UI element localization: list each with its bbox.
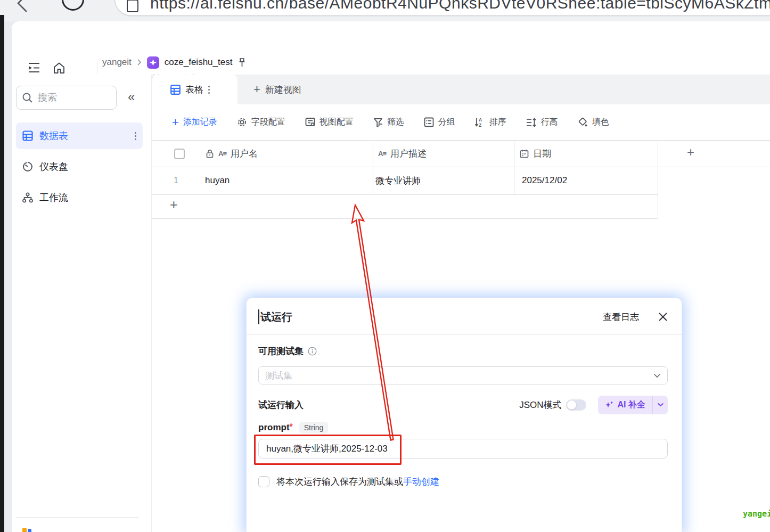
sidebar-item-label: 工作流 <box>39 191 68 204</box>
manual-create-link[interactable]: 手动创建 <box>403 477 439 487</box>
dialog-title-row: 试运行 查看日志 <box>258 308 668 326</box>
sidebar-divider <box>16 517 138 518</box>
grid-line <box>514 141 514 194</box>
field-config-button[interactable]: 字段配置 <box>237 117 285 128</box>
row-height-button[interactable]: 行高 <box>526 117 558 128</box>
required-asterisk: * <box>290 422 293 431</box>
filter-button[interactable]: 筛选 <box>373 117 404 128</box>
ai-complete-label: AI 补全 <box>618 399 645 411</box>
sidebar-item-workflow[interactable]: 工作流 <box>16 184 143 211</box>
datatable-icon <box>22 130 33 141</box>
run-input-label: 试运行输入 <box>258 399 519 411</box>
sparkle-icon <box>605 400 614 410</box>
column-name: 日期 <box>533 148 551 160</box>
group-icon <box>424 117 434 127</box>
text-field-icon: A≡ <box>218 150 226 158</box>
toolbar-label: 排序 <box>489 117 506 128</box>
grid-line <box>152 167 770 167</box>
view-config-button[interactable]: 视图配置 <box>305 117 354 128</box>
url-text[interactable]: https://ai.feishu.cn/base/AMeobtR4NuPQhk… <box>150 0 770 12</box>
toolbar-label: 行高 <box>541 117 558 128</box>
filter-icon <box>373 118 383 127</box>
cell-description[interactable]: 微专业讲师 <box>375 167 421 194</box>
fill-color-button[interactable]: 填色 <box>578 117 609 128</box>
bitable-logo-cutoff <box>22 528 32 532</box>
search-icon <box>22 92 33 103</box>
view-logs-link[interactable]: 查看日志 <box>603 311 639 323</box>
cell-username[interactable]: huyan <box>205 167 230 194</box>
browser-url-bar[interactable]: https://ai.feishu.cn/base/AMeobtR4NuPQhk… <box>114 0 770 16</box>
row-index: 1 <box>174 167 178 194</box>
breadcrumb-workspace[interactable]: yangeit <box>102 57 132 68</box>
save-testset-checkbox[interactable] <box>258 476 269 487</box>
cell-date[interactable]: 2025/12/02 <box>522 167 567 194</box>
pin-icon[interactable] <box>237 58 247 68</box>
new-view-label: 新建视图 <box>265 84 301 96</box>
sidebar-item-label: 仪表盘 <box>39 160 68 173</box>
field-type-badge: String <box>299 422 329 433</box>
sidebar-item-datatable[interactable]: 数据表 <box>16 122 143 149</box>
select-all-checkbox[interactable] <box>174 141 185 167</box>
plus-icon: + <box>172 117 179 128</box>
data-grid: A≡ 用户名 A≡ 用户描述 日期 + 1 huyan 微专业讲师 2025/1… <box>152 141 770 218</box>
add-column-button[interactable]: + <box>687 145 694 160</box>
toolbar-label: 筛选 <box>387 117 404 128</box>
tab-grid-view[interactable]: 表格 <box>152 75 237 104</box>
tab-more-icon[interactable] <box>208 86 210 94</box>
testset-select[interactable]: 测试集 <box>258 366 668 384</box>
browser-back-icon[interactable] <box>13 0 31 13</box>
toolbar-label: 视图配置 <box>320 117 354 128</box>
ai-complete-caret[interactable] <box>653 396 668 414</box>
add-record-button[interactable]: + 添加记录 <box>172 117 217 128</box>
collapse-sidebar-icon[interactable]: « <box>128 89 135 104</box>
app-header: yangeit coze_feishu_test 云盘 最近修改: 刚刚 <box>12 21 770 75</box>
grid-line <box>152 218 658 219</box>
toolbar-label: 填色 <box>592 117 609 128</box>
search-input[interactable] <box>38 92 102 103</box>
row-height-icon <box>526 118 537 127</box>
collapse-panel-icon[interactable] <box>28 62 40 73</box>
lock-icon <box>206 149 214 158</box>
home-icon[interactable] <box>53 62 65 74</box>
grid-view-icon <box>170 85 181 95</box>
prompt-input[interactable] <box>258 439 668 459</box>
dialog-divider <box>247 334 682 335</box>
sidebar-search[interactable] <box>16 86 117 110</box>
breadcrumb: yangeit coze_feishu_test <box>102 55 247 70</box>
toolbar-label: 分组 <box>438 117 455 128</box>
sort-button[interactable]: AZ 排序 <box>475 117 506 128</box>
tab-label: 表格 <box>185 84 203 96</box>
run-input-row: 试运行输入 JSON模式 AI 补全 <box>258 395 668 414</box>
new-view-button[interactable]: + 新建视图 <box>253 75 301 104</box>
window-edge-strip <box>0 15 4 532</box>
close-icon[interactable] <box>658 312 668 322</box>
view-config-icon <box>305 117 315 127</box>
column-header-username[interactable]: A≡ 用户名 <box>206 141 258 167</box>
column-header-description[interactable]: A≡ 用户描述 <box>378 141 427 167</box>
fill-color-icon <box>578 117 588 127</box>
gear-icon <box>237 117 247 127</box>
sidebar-item-dashboard[interactable]: 仪表盘 <box>16 153 143 180</box>
browser-refresh-icon[interactable] <box>62 0 84 11</box>
json-mode-toggle[interactable] <box>566 399 586 411</box>
toolbar-label: 字段配置 <box>251 117 285 128</box>
screen: https://ai.feishu.cn/base/AMeobtR4NuPQhk… <box>0 0 770 532</box>
group-button[interactable]: 分组 <box>424 117 455 128</box>
plus-icon: + <box>253 84 260 95</box>
column-header-date[interactable]: 日期 <box>520 141 551 167</box>
ai-complete-button[interactable]: AI 补全 <box>598 396 668 414</box>
json-mode-label: JSON模式 <box>519 399 561 411</box>
testset-label-row: 可用测试集 <box>258 345 317 357</box>
column-name: 用户描述 <box>390 148 427 160</box>
info-icon[interactable] <box>308 347 317 356</box>
chevron-right-icon <box>137 59 142 66</box>
more-menu-icon[interactable] <box>135 132 136 140</box>
grid-line <box>658 141 658 218</box>
page-doc-icon <box>127 0 138 12</box>
add-row-button[interactable]: + <box>170 197 178 212</box>
chevron-down-icon <box>653 373 661 378</box>
grid-line <box>373 141 373 194</box>
view-tabbar: 表格 + 新建视图 <box>152 75 770 104</box>
toolbar-label: 添加记录 <box>183 117 217 128</box>
breadcrumb-doc-title[interactable]: coze_feishu_test <box>165 57 233 68</box>
